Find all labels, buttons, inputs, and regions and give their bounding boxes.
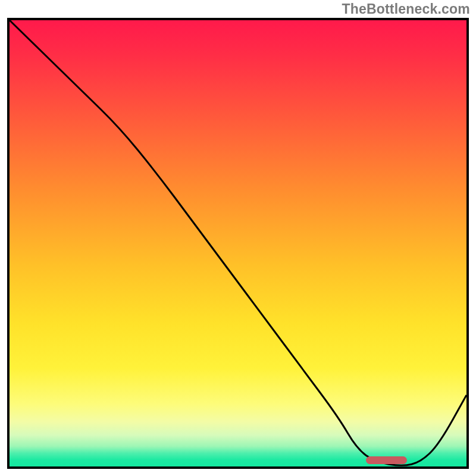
- chart-container: TheBottleneck.com: [0, 0, 476, 476]
- plot-area: [7, 18, 469, 469]
- optimal-range-marker: [366, 456, 407, 464]
- bottleneck-curve: [10, 20, 466, 466]
- curve-path: [10, 20, 466, 465]
- site-watermark: TheBottleneck.com: [342, 1, 470, 17]
- plot-frame: [7, 18, 469, 469]
